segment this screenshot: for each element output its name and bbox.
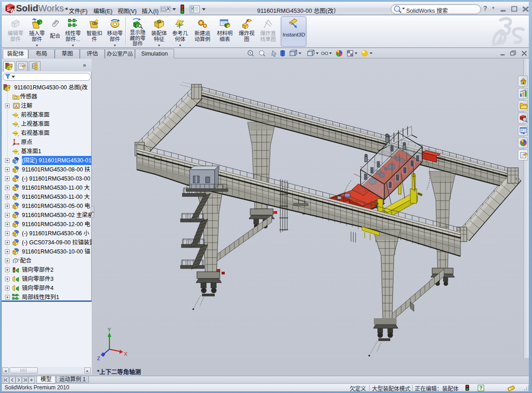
- svg-text:Y: Y: [108, 327, 111, 332]
- svg-text:S: S: [7, 7, 10, 12]
- svg-text:Z: Z: [97, 356, 100, 361]
- svg-text:W: W: [10, 8, 15, 13]
- svg-text:?: ?: [480, 385, 483, 391]
- svg-text:X: X: [124, 351, 128, 357]
